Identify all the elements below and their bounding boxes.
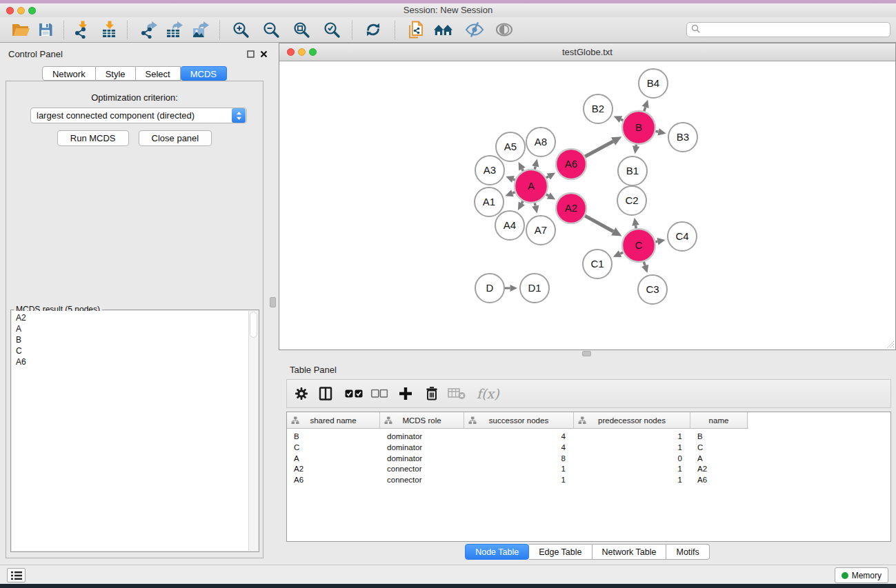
dropdown-stepper-icon[interactable] bbox=[232, 108, 246, 123]
horizontal-split-handle[interactable] bbox=[582, 351, 591, 356]
cell-predecessor_nodes[interactable]: 1 bbox=[574, 443, 690, 454]
create-column-plus-icon[interactable] bbox=[397, 385, 414, 402]
zoom-fit-icon[interactable] bbox=[292, 21, 310, 39]
scrollbar-thumb[interactable] bbox=[250, 312, 257, 338]
graph-node-A7[interactable]: A7 bbox=[526, 216, 555, 245]
save-session-icon[interactable] bbox=[37, 21, 54, 38]
cell-name[interactable]: A6 bbox=[690, 475, 748, 486]
tab-motifs[interactable]: Motifs bbox=[666, 544, 709, 560]
deselect-all-columns-icon[interactable] bbox=[371, 389, 388, 398]
cell-mcds_role[interactable]: connector bbox=[380, 475, 464, 486]
cell-mcds_role[interactable]: connector bbox=[380, 464, 464, 475]
cell-name[interactable]: A2 bbox=[690, 464, 748, 475]
graph-edge-A2-C[interactable] bbox=[584, 215, 613, 232]
cell-successor_nodes[interactable]: 8 bbox=[464, 454, 574, 465]
function-builder-icon[interactable]: f(x) bbox=[477, 386, 499, 401]
graph-node-B2[interactable]: B2 bbox=[584, 94, 613, 123]
minimize-window-button[interactable] bbox=[17, 7, 25, 14]
cell-mcds_role[interactable]: dominator bbox=[380, 454, 464, 465]
zoom-in-icon[interactable] bbox=[232, 21, 250, 39]
float-panel-icon[interactable] bbox=[246, 50, 255, 58]
tab-network-table[interactable]: Network Table bbox=[593, 544, 667, 560]
column-header-shared-name[interactable]: shared name bbox=[287, 412, 380, 429]
cell-successor_nodes[interactable]: 1 bbox=[464, 475, 574, 486]
graph-node-A4[interactable]: A4 bbox=[495, 211, 524, 240]
window-resize-grip[interactable] bbox=[885, 339, 895, 349]
cell-predecessor_nodes[interactable]: 1 bbox=[574, 475, 690, 486]
close-network-window-button[interactable] bbox=[287, 48, 295, 56]
table-row[interactable]: A6connector11A6 bbox=[287, 475, 890, 486]
tab-edge-table[interactable]: Edge Table bbox=[529, 544, 592, 560]
delete-table-icon[interactable] bbox=[448, 387, 466, 401]
mcds-result-item[interactable]: A6 bbox=[12, 356, 248, 367]
maximize-window-button[interactable] bbox=[28, 7, 36, 14]
table-row[interactable]: Cdominator41C bbox=[287, 443, 890, 454]
apply-layout-icon[interactable] bbox=[364, 21, 382, 39]
graph-node-B[interactable]: B bbox=[622, 111, 655, 144]
minimize-network-window-button[interactable] bbox=[298, 48, 306, 56]
cell-successor_nodes[interactable]: 1 bbox=[464, 464, 574, 475]
cell-mcds_role[interactable]: dominator bbox=[380, 443, 464, 454]
network-window-titlebar[interactable]: testGlobe.txt bbox=[279, 43, 895, 61]
graph-node-B4[interactable]: B4 bbox=[639, 69, 668, 98]
graph-node-A5[interactable]: A5 bbox=[496, 132, 525, 161]
mcds-result-list[interactable]: A2ABCA6 bbox=[12, 311, 248, 551]
cell-predecessor_nodes[interactable]: 0 bbox=[574, 454, 690, 465]
vertical-split-handle[interactable] bbox=[270, 297, 276, 307]
graph-node-A8[interactable]: A8 bbox=[526, 128, 555, 156]
export-image-icon[interactable] bbox=[192, 21, 210, 39]
result-scrollbar[interactable] bbox=[248, 311, 258, 551]
tab-select[interactable]: Select bbox=[136, 66, 181, 81]
cell-mcds_role[interactable]: dominator bbox=[380, 432, 464, 443]
tab-network[interactable]: Network bbox=[42, 66, 96, 81]
cell-predecessor_nodes[interactable]: 1 bbox=[574, 432, 690, 443]
tab-style[interactable]: Style bbox=[96, 66, 136, 81]
close-window-button[interactable] bbox=[6, 7, 14, 14]
network-canvas[interactable]: B4B2BB3A8A5A6A3B1AA1C2A2A4A7C4CC1C3DD1 bbox=[279, 61, 895, 349]
graph-node-C3[interactable]: C3 bbox=[638, 275, 667, 304]
export-table-icon[interactable] bbox=[166, 21, 183, 39]
table-row[interactable]: Adominator80A bbox=[287, 454, 890, 465]
graph-node-C2[interactable]: C2 bbox=[617, 186, 646, 215]
hide-selected-icon[interactable] bbox=[465, 21, 484, 38]
cell-shared_name[interactable]: C bbox=[287, 443, 380, 454]
graph-node-A6[interactable]: A6 bbox=[556, 149, 586, 179]
open-file-icon[interactable] bbox=[11, 21, 30, 38]
zoom-selected-icon[interactable] bbox=[323, 21, 341, 39]
run-mcds-button[interactable]: Run MCDS bbox=[57, 130, 129, 146]
search-input[interactable] bbox=[703, 25, 886, 34]
column-header-successor-nodes[interactable]: successor nodes bbox=[464, 412, 574, 429]
toolbar-search[interactable] bbox=[686, 22, 890, 37]
cell-shared_name[interactable]: A bbox=[287, 454, 380, 465]
mcds-result-item[interactable]: B bbox=[12, 334, 248, 345]
select-all-columns-icon[interactable] bbox=[345, 389, 363, 398]
graph-node-B1[interactable]: B1 bbox=[618, 156, 647, 185]
cell-successor_nodes[interactable]: 4 bbox=[464, 443, 574, 454]
mcds-result-item[interactable]: A bbox=[12, 323, 248, 334]
cell-shared_name[interactable]: A2 bbox=[287, 464, 380, 475]
cell-name[interactable]: B bbox=[690, 432, 748, 443]
maximize-network-window-button[interactable] bbox=[309, 48, 317, 56]
graph-node-C1[interactable]: C1 bbox=[583, 250, 612, 278]
show-all-icon[interactable] bbox=[433, 21, 454, 38]
table-row[interactable]: A2connector11A2 bbox=[287, 464, 890, 475]
import-table-icon[interactable] bbox=[101, 21, 119, 39]
column-header-predecessor-nodes[interactable]: predecessor nodes bbox=[574, 412, 690, 429]
graph-node-C4[interactable]: C4 bbox=[668, 222, 697, 251]
show-columns-icon[interactable] bbox=[317, 385, 334, 402]
tab-mcds[interactable]: MCDS bbox=[181, 66, 227, 81]
eye-icon[interactable] bbox=[495, 22, 513, 37]
export-network-icon[interactable] bbox=[140, 21, 158, 39]
import-network-icon[interactable] bbox=[74, 21, 92, 39]
mcds-result-item[interactable]: A2 bbox=[12, 312, 248, 323]
optimization-criterion-select[interactable]: largest connected component (directed) bbox=[30, 108, 247, 123]
cell-predecessor_nodes[interactable]: 1 bbox=[574, 464, 690, 475]
close-panel-button[interactable]: Close panel bbox=[139, 130, 212, 146]
tab-node-table[interactable]: Node Table bbox=[465, 544, 529, 560]
graph-node-A1[interactable]: A1 bbox=[475, 187, 504, 216]
zoom-out-icon[interactable] bbox=[262, 21, 280, 39]
column-header-name[interactable]: name bbox=[690, 412, 748, 429]
graph-node-A3[interactable]: A3 bbox=[475, 156, 504, 185]
table-settings-gear-icon[interactable] bbox=[293, 385, 310, 402]
graph-node-B3[interactable]: B3 bbox=[668, 123, 697, 152]
